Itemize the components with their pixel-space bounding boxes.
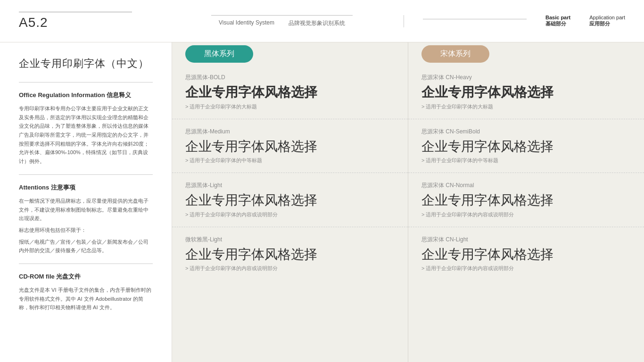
font-demo-light: 企业专用字体风格选择 — [185, 192, 395, 208]
font-entry-light: 思源黑体-Light 企业专用字体风格选择 > 适用于企业印刷字体的内容或说明部… — [172, 173, 408, 227]
font-entry-medium: 思源黑体-Medium 企业专用字体风格选择 > 适用于企业印刷字体的中等标题 — [172, 119, 408, 173]
font-name-song-normal: 思源宋体 CN-Normal — [421, 181, 631, 189]
font-sections: 黑体系列 思源黑体-BOLD 企业专用字体风格选择 > 适用于企业印刷字体的大标… — [172, 42, 644, 362]
nav-app-label-en: Application part — [589, 15, 625, 20]
font-entry-song-light: 思源宋体 CN-Light 企业专用字体风格选择 > 适用于企业印刷字体的内容或… — [408, 227, 644, 281]
header-center-titles: Visual Identity System 品牌视觉形象识别系统 — [219, 19, 345, 27]
font-desc-song-heavy: > 适用于企业印刷字体的大标题 — [421, 103, 631, 110]
main: 企业专用印刷字体（中文） Office Regulation Informati… — [0, 42, 644, 362]
header: A5.2 Visual Identity System 品牌视觉形象识别系统 B… — [0, 0, 644, 42]
font-entry-yahei: 微软雅黑-Light 企业专用字体风格选择 > 适用于企业印刷字体的内容或说明部… — [172, 227, 408, 281]
header-line — [19, 12, 132, 12]
font-demo-song-light: 企业专用字体风格选择 — [421, 247, 631, 263]
sidebar-section-cdrom-body: 光盘文件是本 VI 手册电子文件的集合，内含手册制作时的专用软件格式文件。其中 … — [19, 286, 153, 312]
header-right: Basic part 基础部分 Application part 应用部分 — [404, 15, 625, 27]
vi-title-cn: 品牌视觉形象识别系统 — [289, 19, 345, 27]
font-demo-song-semibold: 企业专用字体风格选择 — [421, 139, 631, 155]
sidebar-section-attentions-body3: 报纸／电视广告／宣传／包装／会议／新闻发布会／公司内外部的交流／接待服务／纪念品… — [19, 238, 153, 255]
header-center: Visual Identity System 品牌视觉形象识别系统 — [179, 15, 404, 27]
font-column-right: 宋体系列 思源宋体 CN-Heavy 企业专用字体风格选择 > 适用于企业印刷字… — [408, 42, 644, 362]
font-name-bold: 思源黑体-BOLD — [185, 74, 395, 82]
font-name-song-semibold: 思源宋体 CN-SemiBold — [421, 128, 631, 136]
nav-basic-label-en: Basic part — [545, 15, 570, 20]
sidebar-section-cdrom: CD-ROM file 光盘文件 光盘文件是本 VI 手册电子文件的集合，内含手… — [19, 272, 153, 312]
font-entry-song-semibold: 思源宋体 CN-SemiBold 企业专用字体风格选择 > 适用于企业印刷字体的… — [408, 119, 644, 173]
sidebar-section-regulation-title: Office Regulation Information 信息释义 — [19, 91, 153, 99]
sidebar-section-cdrom-title: CD-ROM file 光盘文件 — [19, 272, 153, 281]
nav-app-label-cn: 应用部分 — [589, 20, 625, 27]
font-name-light: 思源黑体-Light — [185, 181, 395, 189]
header-right-line — [423, 19, 527, 19]
sidebar-section-regulation-body: 专用印刷字体和专用办公字体主要应用于企业文献的正文及实务用品，所选定的字体用以实… — [19, 104, 153, 166]
sidebar: 企业专用印刷字体（中文） Office Regulation Informati… — [0, 42, 172, 362]
font-demo-bold: 企业专用字体风格选择 — [185, 84, 395, 100]
sidebar-section-attentions-title: Attentions 注意事项 — [19, 183, 153, 192]
header-center-line — [211, 15, 353, 16]
font-entry-song-normal: 思源宋体 CN-Normal 企业专用字体风格选择 > 适用于企业印刷字体的内容… — [408, 173, 644, 227]
sidebar-section-attentions: Attentions 注意事项 在一般情况下使用品牌标志，应尽量使用提供的光盘电… — [19, 183, 153, 255]
font-column-left: 黑体系列 思源黑体-BOLD 企业专用字体风格选择 > 适用于企业印刷字体的大标… — [172, 42, 408, 362]
font-demo-medium: 企业专用字体风格选择 — [185, 139, 395, 155]
sidebar-divider-1 — [19, 82, 153, 82]
sidebar-section-regulation: Office Regulation Information 信息释义 专用印刷字… — [19, 91, 153, 166]
nav-app[interactable]: Application part 应用部分 — [589, 15, 625, 27]
font-name-yahei: 微软雅黑-Light — [185, 236, 395, 244]
font-demo-song-normal: 企业专用字体风格选择 — [421, 192, 631, 208]
column-header-right: 宋体系列 — [408, 42, 644, 65]
column-header-left: 黑体系列 — [172, 42, 408, 65]
font-desc-song-normal: > 适用于企业印刷字体的内容或说明部分 — [421, 211, 631, 218]
font-demo-yahei: 企业专用字体风格选择 — [185, 247, 395, 263]
font-entry-song-heavy: 思源宋体 CN-Heavy 企业专用字体风格选择 > 适用于企业印刷字体的大标题 — [408, 65, 644, 119]
nav-basic-label-cn: 基础部分 — [545, 20, 570, 27]
font-desc-medium: > 适用于企业印刷字体的中等标题 — [185, 157, 395, 164]
header-left: A5.2 — [19, 12, 179, 30]
sidebar-divider-2 — [19, 174, 153, 175]
font-demo-song-heavy: 企业专用字体风格选择 — [421, 84, 631, 100]
sidebar-title: 企业专用印刷字体（中文） — [19, 57, 153, 71]
sidebar-section-attentions-body1: 在一般情况下使用品牌标志，应尽量使用提供的光盘电子文件，不建议使用标准制图绘制标… — [19, 197, 153, 223]
sidebar-divider-3 — [19, 263, 153, 264]
column-tag-right: 宋体系列 — [421, 45, 489, 63]
font-name-song-heavy: 思源宋体 CN-Heavy — [421, 74, 631, 82]
vi-title-en: Visual Identity System — [219, 19, 274, 27]
font-desc-song-semibold: > 适用于企业印刷字体的中等标题 — [421, 157, 631, 164]
nav-basic[interactable]: Basic part 基础部分 — [545, 15, 570, 27]
font-desc-song-light: > 适用于企业印刷字体的内容或说明部分 — [421, 265, 631, 272]
page-number: A5.2 — [19, 15, 179, 30]
content-area: 黑体系列 思源黑体-BOLD 企业专用字体风格选择 > 适用于企业印刷字体的大标… — [172, 42, 644, 362]
font-name-song-light: 思源宋体 CN-Light — [421, 236, 631, 244]
column-tag-left: 黑体系列 — [185, 45, 253, 63]
font-entry-bold: 思源黑体-BOLD 企业专用字体风格选择 > 适用于企业印刷字体的大标题 — [172, 65, 408, 119]
font-desc-yahei: > 适用于企业印刷字体的内容或说明部分 — [185, 265, 395, 272]
font-name-medium: 思源黑体-Medium — [185, 128, 395, 136]
sidebar-section-attentions-body2: 标志使用环境包括但不限于： — [19, 226, 153, 235]
font-desc-light: > 适用于企业印刷字体的内容或说明部分 — [185, 211, 395, 218]
font-desc-bold: > 适用于企业印刷字体的大标题 — [185, 103, 395, 110]
